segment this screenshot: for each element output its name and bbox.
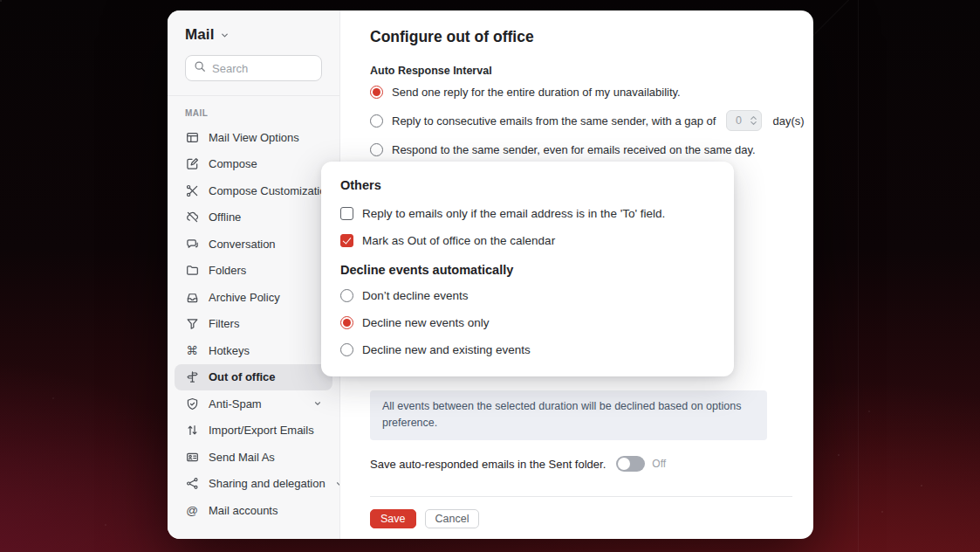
checkbox-unchecked-icon[interactable] xyxy=(340,207,353,220)
radio-option-label: Decline new and existing events xyxy=(362,343,531,356)
sidebar-item-compose[interactable]: Compose xyxy=(175,151,332,178)
offline-icon xyxy=(185,210,199,224)
radio-option-label: Decline new events only xyxy=(362,316,490,329)
auto-response-heading: Auto Response Interval xyxy=(370,65,492,77)
decline-events-heading: Decline events automatically xyxy=(340,262,715,278)
radio-option-label-before: Reply to consecutive emails from the sam… xyxy=(392,114,716,128)
settings-window: Mail MAIL Mail View Options xyxy=(168,10,813,539)
hotkeys-icon: ⌘ xyxy=(185,343,199,357)
sidebar-item-label: Archive Policy xyxy=(209,291,280,304)
radio-option-decline-new-existing[interactable]: Decline new and existing events xyxy=(340,336,715,363)
filters-icon xyxy=(185,317,199,331)
send-mail-as-icon xyxy=(185,450,199,464)
sidebar-divider xyxy=(168,95,339,96)
spacer xyxy=(340,193,715,200)
radio-option-send-one-reply[interactable]: Send one reply for the entire duration o… xyxy=(370,81,681,102)
sidebar-item-archive-policy[interactable]: Archive Policy xyxy=(175,284,332,311)
decline-info-note: All events between the selected duration… xyxy=(370,390,767,440)
sent-folder-toggle[interactable] xyxy=(616,456,645,472)
checkbox-checked-icon[interactable] xyxy=(340,234,353,247)
sidebar-item-out-of-office[interactable]: Out of office xyxy=(175,364,332,391)
toggle-knob xyxy=(618,458,630,470)
sidebar-menu: Mail View Options Compose Compose Custom… xyxy=(168,124,339,524)
toggle-state-label: Off xyxy=(652,458,666,470)
stepper-carets-icon[interactable] xyxy=(750,115,757,126)
radio-option-label: Send one reply for the entire duration o… xyxy=(392,86,681,99)
import-export-icon xyxy=(185,424,199,438)
archive-policy-icon xyxy=(185,290,199,304)
sidebar-item-folders[interactable]: Folders xyxy=(175,258,332,285)
gap-days-stepper[interactable] xyxy=(726,110,762,131)
sidebar-item-offline[interactable]: Offline xyxy=(175,204,332,231)
radio-unselected-icon[interactable] xyxy=(340,289,353,302)
chevron-down-icon xyxy=(313,399,322,408)
settings-sidebar: Mail MAIL Mail View Options xyxy=(168,10,340,539)
sidebar-item-label: Out of office xyxy=(209,370,276,383)
sidebar-item-label: Compose xyxy=(209,157,257,170)
sidebar-item-import-export-emails[interactable]: Import/Export Emails xyxy=(175,417,332,445)
radio-option-respond-same-day[interactable]: Respond to the same sender, even for ema… xyxy=(370,139,756,160)
others-options-popup: Others Reply to emails only if the email… xyxy=(321,162,734,376)
search-icon xyxy=(194,60,206,76)
sidebar-section-label: MAIL xyxy=(185,108,322,118)
sidebar-item-label: Send Mail As xyxy=(209,451,275,464)
app-title: Mail xyxy=(185,26,214,44)
anti-spam-icon xyxy=(185,397,199,411)
radio-selected-icon[interactable] xyxy=(340,316,353,329)
sidebar-search[interactable] xyxy=(185,55,322,81)
sidebar-item-sharing-and-delegation[interactable]: Sharing and delegation xyxy=(175,471,332,498)
sidebar-item-label: Hotkeys xyxy=(209,344,250,357)
sent-folder-label: Save auto-responded emails in the Sent f… xyxy=(370,458,606,471)
mail-accounts-icon: @ xyxy=(185,503,199,517)
radio-selected-icon[interactable] xyxy=(370,86,383,99)
cancel-button[interactable]: Cancel xyxy=(425,509,480,528)
radio-option-reply-consecutive[interactable]: Reply to consecutive emails from the sam… xyxy=(370,110,805,131)
sent-folder-toggle-row: Save auto-responded emails in the Sent f… xyxy=(370,454,666,473)
search-input[interactable] xyxy=(212,62,313,75)
sidebar-item-send-mail-as[interactable]: Send Mail As xyxy=(175,444,332,471)
sidebar-item-label: Folders xyxy=(209,264,246,277)
conversation-icon xyxy=(185,237,199,251)
sharing-delegation-icon xyxy=(185,477,199,491)
sidebar-item-mail-view-options[interactable]: Mail View Options xyxy=(175,124,332,151)
sidebar-item-label: Import/Export Emails xyxy=(209,424,314,437)
checkbox-reply-to-field[interactable]: Reply to emails only if the email addres… xyxy=(340,200,715,227)
checkbox-label: Mark as Out of office on the calendar xyxy=(362,234,555,247)
sidebar-item-label: Filters xyxy=(209,317,239,330)
mail-view-options-icon xyxy=(185,130,199,144)
sidebar-item-label: Sharing and delegation xyxy=(209,477,326,490)
footer-divider xyxy=(370,496,792,497)
sidebar-item-mail-accounts[interactable]: @ Mail accounts xyxy=(175,497,332,524)
radio-option-label: Respond to the same sender, even for ema… xyxy=(392,143,756,156)
checkbox-label: Reply to emails only if the email addres… xyxy=(362,207,665,220)
sidebar-item-anti-spam[interactable]: Anti-Spam xyxy=(175,390,332,417)
sidebar-item-label: Offline xyxy=(209,210,241,224)
chevron-down-icon xyxy=(220,31,230,40)
footer-actions: Save Cancel xyxy=(370,509,479,528)
sidebar-item-filters[interactable]: Filters xyxy=(175,311,332,338)
radio-option-label: Don’t decline events xyxy=(362,289,469,302)
radio-option-dont-decline[interactable]: Don’t decline events xyxy=(340,282,715,309)
others-heading: Others xyxy=(340,177,715,193)
out-of-office-icon xyxy=(185,370,199,384)
save-button[interactable]: Save xyxy=(370,509,416,528)
sidebar-item-label: Mail accounts xyxy=(209,504,278,517)
sidebar-item-label: Conversation xyxy=(209,238,276,251)
sidebar-item-compose-customization[interactable]: Compose Customization xyxy=(175,177,332,204)
page-title: Configure out of office xyxy=(370,28,534,46)
checkbox-mark-out-of-office[interactable]: Mark as Out of office on the calendar xyxy=(340,227,715,254)
radio-unselected-icon[interactable] xyxy=(370,114,383,128)
compose-customization-icon xyxy=(185,183,199,197)
app-switcher-dropdown[interactable]: Mail xyxy=(168,26,339,44)
radio-option-decline-new-only[interactable]: Decline new events only xyxy=(340,309,715,336)
sidebar-item-label: Mail View Options xyxy=(209,131,299,144)
sidebar-item-label: Anti-Spam xyxy=(209,397,262,411)
radio-unselected-icon[interactable] xyxy=(370,143,383,156)
radio-option-label-after: day(s) xyxy=(772,114,804,128)
sidebar-item-hotkeys[interactable]: ⌘ Hotkeys xyxy=(175,337,332,364)
radio-unselected-icon[interactable] xyxy=(340,343,353,356)
compose-icon xyxy=(185,157,199,171)
sidebar-item-conversation[interactable]: Conversation xyxy=(175,231,332,258)
gap-days-input[interactable] xyxy=(727,114,750,127)
sidebar-item-label: Compose Customization xyxy=(209,184,332,197)
